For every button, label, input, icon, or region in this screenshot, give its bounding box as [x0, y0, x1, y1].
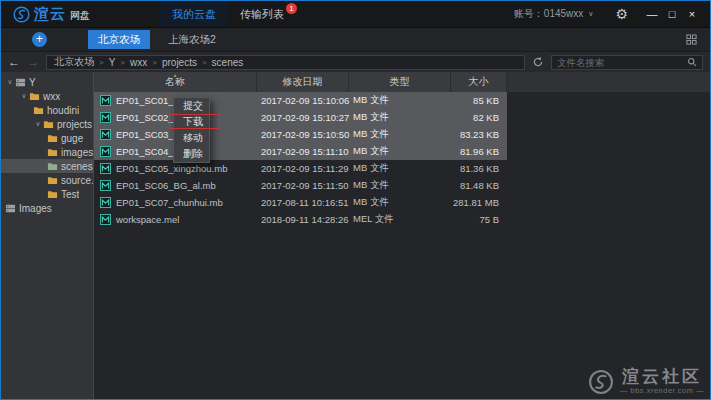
chevron-expanded-icon[interactable]: ∨ — [19, 92, 29, 100]
file-size-cell: 82 KB — [451, 112, 507, 123]
column-header-date[interactable]: 修改日期 — [257, 72, 349, 92]
file-size-cell: 83.23 KB — [451, 129, 507, 140]
table-row[interactable]: EP01_SC01_kaola2017-02-09 15:10:06MB 文件8… — [94, 92, 507, 109]
file-date-cell: 2017-08-11 10:16:51 — [257, 197, 349, 208]
context-menu-item-提交[interactable]: 提交 — [174, 98, 209, 114]
table-row[interactable]: workspace.mel2018-09-11 14:28:26MEL 文件75… — [94, 211, 507, 228]
window-controls: — □ × — [642, 1, 702, 27]
sidebar-item-wxx[interactable]: ∨wxx — [1, 89, 93, 103]
sidebar-item-images[interactable]: Images — [1, 201, 93, 215]
table-row[interactable]: EP01_SC05_xingzhou.mb2017-02-09 15:11:29… — [94, 160, 507, 177]
account-label: 账号：0145wxx — [514, 7, 583, 21]
sidebar-item-y[interactable]: ∨Y — [1, 75, 93, 89]
sidebar-item-label: scenes — [61, 161, 93, 172]
file-date-cell: 2017-02-09 15:11:29 — [257, 163, 349, 174]
sidebar-item-scenes[interactable]: scenes — [1, 159, 93, 173]
sidebar-item-test[interactable]: Test — [1, 187, 93, 201]
farm-tab-shanghai[interactable]: 上海农场2 — [158, 30, 226, 49]
drive-icon — [15, 77, 26, 88]
tab-my-cloud-disk[interactable]: 我的云盘 — [160, 1, 228, 27]
farm-tab-beijing[interactable]: 北京农场 — [88, 30, 150, 49]
sidebar-item-images[interactable]: images — [1, 145, 93, 159]
settings-gear-icon[interactable]: ⚙ — [615, 7, 628, 21]
context-menu: 提交下载移动删除 — [173, 97, 210, 163]
tab-label: 我的云盘 — [172, 7, 216, 22]
table-row[interactable]: EP01_SC06_BG_al.mb2017-02-09 15:11:50MB … — [94, 177, 507, 194]
file-name: workspace.mel — [116, 214, 179, 225]
breadcrumb-separator: > — [99, 58, 104, 67]
folder-icon — [33, 105, 44, 116]
titlebar: 渲云 网盘 我的云盘 传输列表 1 账号：0145wxx ∨ ⚙ — □ × — [1, 1, 710, 27]
file-type-cell: MB 文件 — [349, 196, 451, 209]
table-row[interactable]: EP01_SC02_quan2017-02-09 15:10:27MB 文件82… — [94, 109, 507, 126]
breadcrumb-segment[interactable]: 北京农场 — [54, 55, 94, 69]
file-date-cell: 2018-09-11 14:28:26 — [257, 214, 349, 225]
file-type-cell: MB 文件 — [349, 111, 451, 124]
maya-file-icon — [100, 112, 111, 123]
maya-file-icon — [100, 95, 111, 106]
column-header-size[interactable]: 大小 — [451, 72, 507, 92]
context-menu-item-删除[interactable]: 删除 — [174, 146, 209, 162]
table-row[interactable]: EP01_SC03_tank2017-02-09 15:10:50MB 文件83… — [94, 126, 507, 143]
account-menu[interactable]: 账号：0145wxx ∨ — [514, 7, 594, 21]
breadcrumb-separator: > — [152, 58, 157, 67]
sidebar-item-houdini[interactable]: houdini — [1, 103, 93, 117]
folder-icon — [47, 147, 58, 158]
file-name-cell: workspace.mel — [94, 214, 257, 225]
community-watermark: 渲云社区 — bbs.xrender.com — — [588, 368, 704, 395]
file-type-cell: MB 文件 — [349, 94, 451, 107]
drive-icon — [5, 203, 16, 214]
file-type-cell: MB 文件 — [349, 162, 451, 175]
column-header-type[interactable]: 类型 — [349, 72, 451, 92]
sidebar-item-label: guge — [61, 133, 83, 144]
add-farm-button[interactable]: + — [32, 32, 47, 47]
breadcrumb[interactable]: 北京农场>Y>wxx>projects>scenes — [46, 55, 525, 70]
sidebar-item-source-[interactable]: source... — [1, 173, 93, 187]
search-icon[interactable] — [687, 57, 697, 67]
sidebar-item-projects[interactable]: ∨projects — [1, 117, 93, 131]
back-arrow-icon[interactable]: ← — [8, 56, 20, 68]
mel-file-icon — [100, 214, 111, 225]
table-row[interactable]: EP01_SC07_chunhui.mb2017-08-11 10:16:51M… — [94, 194, 507, 211]
table-row[interactable]: EP01_SC04_xia.m2017-02-09 15:11:10MB 文件8… — [94, 143, 507, 160]
main-content: ∨Y∨wxxhoudini∨projectsgugeimagesscenesso… — [1, 72, 710, 399]
breadcrumb-segment[interactable]: projects — [162, 57, 197, 68]
maya-file-icon — [100, 146, 111, 157]
file-name: EP01_SC05_xingzhou.mb — [116, 163, 227, 174]
folder-icon — [47, 133, 58, 144]
titlebar-right: 账号：0145wxx ∨ ⚙ — □ × — [514, 1, 702, 27]
refresh-icon[interactable] — [532, 56, 544, 68]
column-label: 大小 — [469, 75, 489, 89]
folder-icon — [43, 119, 54, 130]
forward-arrow-icon[interactable]: → — [27, 56, 39, 68]
chevron-expanded-icon[interactable]: ∨ — [5, 78, 15, 86]
transfer-count-badge: 1 — [286, 3, 297, 14]
file-type-cell: MB 文件 — [349, 145, 451, 158]
chevron-expanded-icon[interactable]: ∨ — [33, 120, 43, 128]
context-menu-item-移动[interactable]: 移动 — [174, 130, 209, 146]
sidebar-item-label: houdini — [47, 105, 79, 116]
search-input[interactable] — [557, 57, 687, 68]
breadcrumb-segment[interactable]: Y — [109, 57, 116, 68]
column-label: 修改日期 — [283, 75, 323, 89]
app-title: 渲云 — [34, 5, 66, 24]
sidebar-item-label: wxx — [43, 91, 60, 102]
file-name-cell: EP01_SC07_chunhui.mb — [94, 197, 257, 208]
sidebar-item-guge[interactable]: guge — [1, 131, 93, 145]
sidebar-item-label: source... — [61, 175, 93, 186]
minimize-button[interactable]: — — [642, 1, 662, 27]
main-nav-tabs: 我的云盘 传输列表 1 — [160, 1, 296, 27]
view-mode-grid-icon[interactable] — [686, 34, 697, 45]
breadcrumb-segment[interactable]: scenes — [212, 57, 244, 68]
folder-icon — [47, 175, 58, 186]
close-button[interactable]: × — [682, 1, 702, 27]
column-header-name[interactable]: ▲ 名称 — [94, 72, 257, 92]
breadcrumb-separator: > — [120, 58, 125, 67]
folder-green-icon — [47, 161, 58, 172]
maximize-button[interactable]: □ — [662, 1, 682, 27]
file-date-cell: 2017-02-09 15:10:06 — [257, 95, 349, 106]
tab-transfer-list[interactable]: 传输列表 1 — [228, 1, 296, 27]
breadcrumb-separator: > — [202, 58, 207, 67]
breadcrumb-segment[interactable]: wxx — [130, 57, 147, 68]
sidebar-item-label: Y — [29, 77, 36, 88]
